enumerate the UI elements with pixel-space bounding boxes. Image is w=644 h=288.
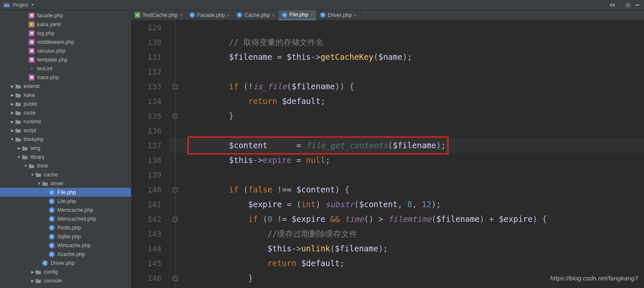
tree-item-xcache-php[interactable]: CXcache.php bbox=[0, 250, 131, 259]
tree-item-lang[interactable]: ▶lang bbox=[0, 144, 131, 152]
tree-item-wincache-php[interactable]: CWincache.php bbox=[0, 241, 131, 250]
tree-arrow-icon[interactable]: ▼ bbox=[17, 155, 21, 159]
close-icon[interactable]: × bbox=[179, 13, 182, 18]
code-text[interactable]: $filename = $this->getCacheKey($name); bbox=[181, 50, 644, 64]
tab-driver-php[interactable]: CDriver.php× bbox=[317, 10, 360, 20]
tree-item-file-php[interactable]: CFile.php bbox=[0, 188, 131, 197]
close-icon[interactable]: × bbox=[227, 13, 230, 18]
tree-arrow-icon[interactable]: ▶ bbox=[10, 128, 14, 133]
fold-minus-icon[interactable]: − bbox=[173, 84, 178, 89]
code-line-130[interactable]: 130 // 取得变量的存储文件名 bbox=[131, 35, 644, 50]
code-text[interactable] bbox=[181, 285, 644, 288]
close-icon[interactable]: × bbox=[354, 13, 356, 18]
tree-item-runtime[interactable]: ▶runtime bbox=[0, 117, 131, 126]
code-text[interactable]: if (!is_file($filename)) { bbox=[181, 79, 644, 94]
code-line-129[interactable]: 129 bbox=[131, 20, 644, 35]
tree-item-route[interactable]: ▶route bbox=[0, 108, 131, 117]
tree-item-think[interactable]: ▼think bbox=[0, 161, 131, 170]
tab-file-php[interactable]: CFile.php× bbox=[278, 10, 317, 20]
code-editor[interactable]: 129130 // 取得变量的存储文件名131 $filename = $thi… bbox=[131, 20, 644, 288]
tree-arrow-icon[interactable]: ▼ bbox=[10, 137, 14, 141]
code-line-135[interactable]: 135┘ } bbox=[131, 109, 644, 123]
tree-item-kaka-yaml[interactable]: Ykaka.yaml bbox=[0, 20, 131, 29]
tree-item-test-ini[interactable]: ≡test.ini bbox=[0, 64, 131, 73]
tree-item-cache[interactable]: ▼cache bbox=[0, 170, 131, 179]
hide-icon[interactable] bbox=[634, 2, 641, 8]
fold-end-icon[interactable]: ┘ bbox=[173, 114, 178, 118]
close-icon[interactable]: × bbox=[272, 13, 275, 18]
tree-item-memcached-php[interactable]: CMemcached.php bbox=[0, 214, 131, 223]
tab-cache-php[interactable]: CCache.php× bbox=[233, 10, 278, 20]
code-line-138[interactable]: 138 $this->expire = null; bbox=[131, 153, 644, 168]
tree-item-memcache-php[interactable]: CMemcache.php bbox=[0, 205, 131, 214]
tree-item-template-php[interactable]: ⌘template.php bbox=[0, 55, 131, 64]
tree-item-log-php[interactable]: ⌘log.php bbox=[0, 29, 131, 37]
code-text[interactable]: if (0 != $expire && time() > filemtime($… bbox=[181, 212, 644, 227]
tree-item-kaka[interactable]: ▶kaka bbox=[0, 91, 131, 99]
project-tree[interactable]: ⌘facade.phpYkaka.yaml⌘log.php⌘middleware… bbox=[0, 10, 131, 288]
tree-arrow-icon[interactable]: ▼ bbox=[24, 164, 28, 168]
tree-arrow-icon[interactable]: ▶ bbox=[10, 111, 14, 115]
code-text[interactable] bbox=[181, 20, 644, 35]
tree-arrow-icon[interactable]: ▶ bbox=[10, 84, 14, 88]
code-line-147[interactable]: 147 bbox=[131, 285, 644, 288]
tree-item-console[interactable]: ▶console bbox=[0, 276, 131, 285]
code-line-136[interactable]: 136 bbox=[131, 123, 644, 138]
code-line-141[interactable]: 141 $expire = (int) substr($content, 8, … bbox=[131, 197, 644, 212]
code-text[interactable] bbox=[181, 123, 644, 138]
tree-arrow-icon[interactable]: ▶ bbox=[30, 270, 35, 274]
code-line-137[interactable]: 137 $content = file_get_contents($filena… bbox=[131, 138, 644, 153]
tree-arrow-icon[interactable]: ▶ bbox=[10, 93, 14, 97]
code-text[interactable]: //缓存过期删除缓存文件 bbox=[181, 227, 644, 241]
tree-item-facade-php[interactable]: ⌘facade.php bbox=[0, 11, 131, 20]
tree-item-redis-php[interactable]: CRedis.php bbox=[0, 223, 131, 232]
code-line-133[interactable]: 133− if (!is_file($filename)) { bbox=[131, 79, 644, 94]
tree-arrow-icon[interactable]: ▶ bbox=[30, 279, 35, 283]
code-line-140[interactable]: 140− if (false !== $content) { bbox=[131, 182, 644, 197]
code-line-143[interactable]: 143 //缓存过期删除缓存文件 bbox=[131, 227, 644, 241]
tree-arrow-icon[interactable]: ▶ bbox=[17, 146, 21, 150]
tree-item-extend[interactable]: ▶extend bbox=[0, 82, 131, 91]
tree-item-lite-php[interactable]: CLite.php bbox=[0, 197, 131, 205]
tree-item-thinkphp[interactable]: ▼thinkphp bbox=[0, 135, 131, 144]
tree-arrow-icon[interactable]: ▼ bbox=[30, 173, 35, 177]
tree-arrow-icon[interactable]: ▼ bbox=[37, 181, 41, 186]
code-line-139[interactable]: 139 bbox=[131, 168, 644, 182]
fold-gutter[interactable]: ┘ bbox=[169, 109, 181, 123]
code-text[interactable]: return $default; bbox=[181, 256, 644, 271]
fold-gutter[interactable]: ┘ bbox=[169, 271, 181, 285]
gear-icon[interactable] bbox=[625, 2, 631, 8]
code-text[interactable] bbox=[181, 64, 644, 79]
code-text[interactable]: } bbox=[181, 109, 644, 123]
tab-testcache-php[interactable]: ●TestCache.php× bbox=[131, 10, 186, 20]
fold-minus-icon[interactable]: − bbox=[173, 217, 178, 221]
collapse-icon[interactable] bbox=[609, 2, 616, 8]
code-text[interactable]: $expire = (int) substr($content, 8, 12); bbox=[181, 197, 644, 212]
code-text[interactable]: $content = file_get_contents($filename); bbox=[181, 138, 644, 153]
code-text[interactable]: $this->unlink($filename); bbox=[181, 241, 644, 256]
code-text[interactable]: // 取得变量的存储文件名 bbox=[181, 35, 644, 50]
fold-minus-icon[interactable]: − bbox=[173, 187, 178, 192]
tree-arrow-icon[interactable]: ▶ bbox=[10, 120, 14, 124]
code-text[interactable]: if (false !== $content) { bbox=[181, 182, 644, 197]
tree-item-public[interactable]: ▶public bbox=[0, 99, 131, 108]
code-line-131[interactable]: 131 $filename = $this->getCacheKey($name… bbox=[131, 50, 644, 64]
project-dropdown[interactable]: Project ▼ bbox=[3, 2, 34, 8]
tree-item-config[interactable]: ▶config bbox=[0, 267, 131, 276]
tree-item-script[interactable]: ▶script bbox=[0, 126, 131, 135]
tree-item-middleware-php[interactable]: ⌘middleware.php bbox=[0, 37, 131, 46]
code-line-134[interactable]: 134 return $default; bbox=[131, 94, 644, 109]
tree-item-session-php[interactable]: ⌘session.php bbox=[0, 46, 131, 55]
tree-arrow-icon[interactable]: ▶ bbox=[10, 102, 14, 106]
code-text[interactable]: } bbox=[181, 271, 644, 285]
code-line-146[interactable]: 146┘ } bbox=[131, 271, 644, 285]
fold-gutter[interactable]: − bbox=[169, 212, 181, 227]
code-text[interactable]: return $default; bbox=[181, 94, 644, 109]
close-icon[interactable]: × bbox=[310, 12, 313, 17]
tree-item-driver-php[interactable]: CDriver.php bbox=[0, 259, 131, 267]
fold-gutter[interactable]: − bbox=[169, 182, 181, 197]
tree-item-library[interactable]: ▼library bbox=[0, 152, 131, 161]
tab-facade-php[interactable]: CFacade.php× bbox=[186, 10, 233, 20]
tree-item-sqlite-php[interactable]: CSqlite.php bbox=[0, 232, 131, 241]
tree-item-trace-php[interactable]: ⌘trace.php bbox=[0, 73, 131, 82]
